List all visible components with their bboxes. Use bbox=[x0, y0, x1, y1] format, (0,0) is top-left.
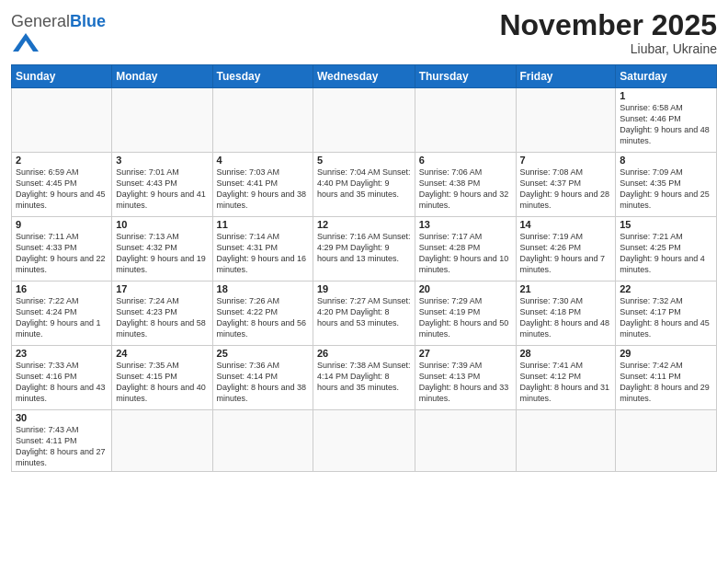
table-row bbox=[212, 410, 313, 472]
day-number: 17 bbox=[116, 283, 208, 294]
table-row: 25Sunrise: 7:36 AM Sunset: 4:14 PM Dayli… bbox=[212, 346, 313, 410]
day-info: Sunrise: 7:30 AM Sunset: 4:18 PM Dayligh… bbox=[520, 295, 612, 340]
table-row: 16Sunrise: 7:22 AM Sunset: 4:24 PM Dayli… bbox=[12, 282, 112, 346]
table-row bbox=[415, 88, 516, 153]
day-info: Sunrise: 7:43 AM Sunset: 4:11 PM Dayligh… bbox=[16, 424, 108, 469]
table-row bbox=[12, 88, 112, 153]
day-number: 13 bbox=[419, 219, 512, 230]
logo: GeneralBlue bbox=[11, 13, 106, 59]
table-row: 30Sunrise: 7:43 AM Sunset: 4:11 PM Dayli… bbox=[12, 410, 112, 472]
day-info: Sunrise: 7:29 AM Sunset: 4:19 PM Dayligh… bbox=[419, 295, 512, 340]
day-number: 15 bbox=[620, 219, 712, 230]
day-number: 28 bbox=[520, 348, 612, 359]
table-row: 11Sunrise: 7:14 AM Sunset: 4:31 PM Dayli… bbox=[212, 217, 313, 282]
table-row: 4Sunrise: 7:03 AM Sunset: 4:41 PM Daylig… bbox=[212, 153, 313, 217]
table-row: 5Sunrise: 7:04 AM Sunset: 4:40 PM Daylig… bbox=[313, 153, 415, 217]
day-info: Sunrise: 7:27 AM Sunset: 4:20 PM Dayligh… bbox=[317, 295, 411, 328]
day-number: 11 bbox=[217, 219, 309, 230]
table-row bbox=[313, 410, 415, 472]
table-row: 26Sunrise: 7:38 AM Sunset: 4:14 PM Dayli… bbox=[313, 346, 415, 410]
day-number: 1 bbox=[620, 90, 712, 101]
day-info: Sunrise: 7:13 AM Sunset: 4:32 PM Dayligh… bbox=[116, 231, 208, 276]
table-row: 7Sunrise: 7:08 AM Sunset: 4:37 PM Daylig… bbox=[516, 153, 616, 217]
table-row: 3Sunrise: 7:01 AM Sunset: 4:43 PM Daylig… bbox=[112, 153, 212, 217]
day-number: 26 bbox=[317, 348, 411, 359]
calendar-table: Sunday Monday Tuesday Wednesday Thursday… bbox=[11, 64, 717, 472]
col-friday: Friday bbox=[516, 65, 616, 88]
day-info: Sunrise: 6:58 AM Sunset: 4:46 PM Dayligh… bbox=[620, 102, 712, 147]
col-tuesday: Tuesday bbox=[212, 65, 313, 88]
table-row: 12Sunrise: 7:16 AM Sunset: 4:29 PM Dayli… bbox=[313, 217, 415, 282]
table-row: 13Sunrise: 7:17 AM Sunset: 4:28 PM Dayli… bbox=[415, 217, 516, 282]
day-info: Sunrise: 7:17 AM Sunset: 4:28 PM Dayligh… bbox=[419, 231, 512, 276]
table-row: 8Sunrise: 7:09 AM Sunset: 4:35 PM Daylig… bbox=[616, 153, 717, 217]
day-number: 16 bbox=[16, 283, 108, 294]
day-info: Sunrise: 7:41 AM Sunset: 4:12 PM Dayligh… bbox=[520, 360, 612, 405]
day-info: Sunrise: 7:09 AM Sunset: 4:35 PM Dayligh… bbox=[620, 167, 712, 212]
day-number: 30 bbox=[16, 412, 108, 423]
col-wednesday: Wednesday bbox=[313, 65, 415, 88]
day-info: Sunrise: 7:26 AM Sunset: 4:22 PM Dayligh… bbox=[217, 295, 309, 340]
day-number: 8 bbox=[620, 155, 712, 166]
day-number: 21 bbox=[520, 283, 612, 294]
day-number: 18 bbox=[217, 283, 309, 294]
day-info: Sunrise: 7:01 AM Sunset: 4:43 PM Dayligh… bbox=[116, 167, 208, 212]
day-info: Sunrise: 7:35 AM Sunset: 4:15 PM Dayligh… bbox=[116, 360, 208, 405]
table-row: 24Sunrise: 7:35 AM Sunset: 4:15 PM Dayli… bbox=[112, 346, 212, 410]
day-number: 22 bbox=[620, 283, 712, 294]
table-row: 29Sunrise: 7:42 AM Sunset: 4:11 PM Dayli… bbox=[616, 346, 717, 410]
day-number: 14 bbox=[520, 219, 612, 230]
table-row bbox=[212, 88, 313, 153]
day-info: Sunrise: 7:33 AM Sunset: 4:16 PM Dayligh… bbox=[16, 360, 108, 405]
table-row bbox=[112, 410, 212, 472]
table-row: 27Sunrise: 7:39 AM Sunset: 4:13 PM Dayli… bbox=[415, 346, 516, 410]
day-info: Sunrise: 7:32 AM Sunset: 4:17 PM Dayligh… bbox=[620, 295, 712, 340]
table-row: 6Sunrise: 7:06 AM Sunset: 4:38 PM Daylig… bbox=[415, 153, 516, 217]
table-row: 20Sunrise: 7:29 AM Sunset: 4:19 PM Dayli… bbox=[415, 282, 516, 346]
header-row: Sunday Monday Tuesday Wednesday Thursday… bbox=[12, 65, 717, 88]
table-row: 21Sunrise: 7:30 AM Sunset: 4:18 PM Dayli… bbox=[516, 282, 616, 346]
day-number: 2 bbox=[16, 155, 108, 166]
col-sunday: Sunday bbox=[12, 65, 112, 88]
day-info: Sunrise: 7:36 AM Sunset: 4:14 PM Dayligh… bbox=[217, 360, 309, 405]
day-number: 19 bbox=[317, 283, 411, 294]
day-number: 24 bbox=[116, 348, 208, 359]
table-row bbox=[313, 88, 415, 153]
day-number: 27 bbox=[419, 348, 512, 359]
table-row: 23Sunrise: 7:33 AM Sunset: 4:16 PM Dayli… bbox=[12, 346, 112, 410]
logo-general: General bbox=[11, 12, 70, 30]
table-row bbox=[616, 410, 717, 472]
day-number: 3 bbox=[116, 155, 208, 166]
table-row: 28Sunrise: 7:41 AM Sunset: 4:12 PM Dayli… bbox=[516, 346, 616, 410]
day-number: 6 bbox=[419, 155, 512, 166]
col-monday: Monday bbox=[112, 65, 212, 88]
day-info: Sunrise: 7:14 AM Sunset: 4:31 PM Dayligh… bbox=[217, 231, 309, 276]
day-number: 9 bbox=[16, 219, 108, 230]
location: Liubar, Ukraine bbox=[499, 41, 717, 56]
day-info: Sunrise: 7:42 AM Sunset: 4:11 PM Dayligh… bbox=[620, 360, 712, 405]
col-saturday: Saturday bbox=[616, 65, 717, 88]
day-number: 29 bbox=[620, 348, 712, 359]
table-row: 9Sunrise: 7:11 AM Sunset: 4:33 PM Daylig… bbox=[12, 217, 112, 282]
day-info: Sunrise: 7:19 AM Sunset: 4:26 PM Dayligh… bbox=[520, 231, 612, 276]
logo-icon bbox=[13, 29, 39, 55]
table-row bbox=[516, 88, 616, 153]
day-number: 23 bbox=[16, 348, 108, 359]
header: GeneralBlue November 2025 Liubar, Ukrain… bbox=[11, 9, 717, 59]
col-thursday: Thursday bbox=[415, 65, 516, 88]
day-info: Sunrise: 7:06 AM Sunset: 4:38 PM Dayligh… bbox=[419, 167, 512, 212]
day-number: 5 bbox=[317, 155, 411, 166]
month-title: November 2025 bbox=[499, 9, 717, 41]
table-row: 14Sunrise: 7:19 AM Sunset: 4:26 PM Dayli… bbox=[516, 217, 616, 282]
day-info: Sunrise: 7:21 AM Sunset: 4:25 PM Dayligh… bbox=[620, 231, 712, 276]
day-number: 7 bbox=[520, 155, 612, 166]
day-info: Sunrise: 7:39 AM Sunset: 4:13 PM Dayligh… bbox=[419, 360, 512, 405]
day-info: Sunrise: 7:03 AM Sunset: 4:41 PM Dayligh… bbox=[217, 167, 309, 212]
day-info: Sunrise: 7:11 AM Sunset: 4:33 PM Dayligh… bbox=[16, 231, 108, 276]
table-row: 18Sunrise: 7:26 AM Sunset: 4:22 PM Dayli… bbox=[212, 282, 313, 346]
day-number: 25 bbox=[217, 348, 309, 359]
day-info: Sunrise: 7:22 AM Sunset: 4:24 PM Dayligh… bbox=[16, 295, 108, 340]
table-row: 15Sunrise: 7:21 AM Sunset: 4:25 PM Dayli… bbox=[616, 217, 717, 282]
logo-blue: Blue bbox=[70, 12, 106, 30]
day-info: Sunrise: 6:59 AM Sunset: 4:45 PM Dayligh… bbox=[16, 167, 108, 212]
